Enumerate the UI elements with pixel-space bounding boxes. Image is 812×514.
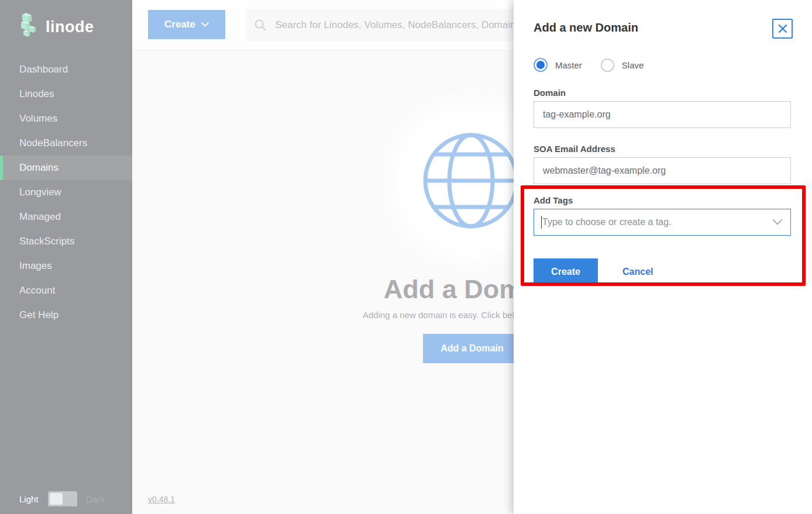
drawer-actions: Create Cancel [534,258,791,285]
radio-slave[interactable] [601,58,614,72]
radio-slave-label: Slave [622,60,644,70]
radio-master[interactable] [534,58,548,72]
drawer-create-button[interactable]: Create [534,258,598,285]
radio-master-dot [536,61,545,69]
drawer-title: Add a new Domain [534,21,791,35]
domain-field-label: Domain [534,88,791,98]
tags-chevron-down-icon[interactable] [773,219,782,225]
add-domain-drawer: Add a new Domain Master Slave Domain SOA… [514,0,812,514]
add-tags-label: Add Tags [534,195,791,205]
tags-placeholder: Type to choose or create a tag. [542,217,672,227]
drawer-backdrop[interactable] [0,0,514,514]
soa-email-label: SOA Email Address [534,144,791,154]
close-icon [778,24,787,33]
app-root: linode Dashboard Linodes Volumes NodeBal… [0,0,812,514]
radio-master-label: Master [555,60,582,70]
domain-type-radios: Master Slave [534,58,791,72]
close-drawer-button[interactable] [772,19,793,39]
text-caret [541,216,542,229]
soa-email-input[interactable] [534,157,791,184]
tags-input[interactable]: Type to choose or create a tag. [534,209,791,236]
domain-input[interactable] [534,101,791,128]
drawer-cancel-button[interactable]: Cancel [622,267,653,277]
